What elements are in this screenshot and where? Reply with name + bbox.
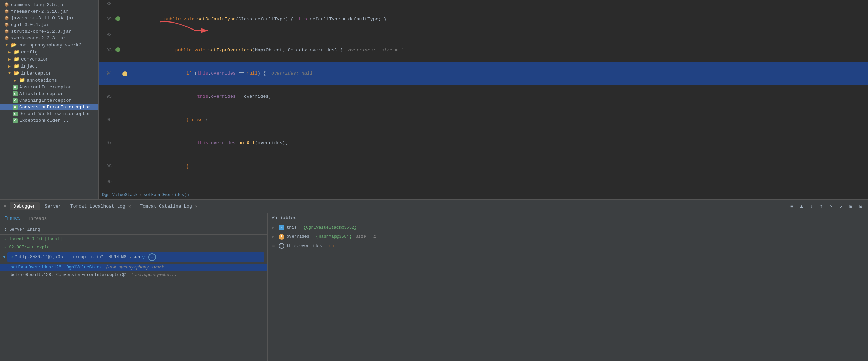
tab-threads[interactable]: Threads — [28, 216, 47, 222]
dropdown-chevron[interactable]: ▾ — [129, 255, 132, 260]
sidebar-item-commons-lang[interactable]: 📦 commons-lang-2.5.jar — [0, 1, 98, 8]
var-size-label: size = 1 — [356, 234, 376, 239]
jar-icon: 📦 — [4, 23, 9, 27]
left-toolbar: ≡ — [4, 204, 6, 209]
var-item-overrides[interactable]: ▶ P overrides = {HashMap@3584} size = 1 — [268, 232, 868, 241]
sidebar-item-conversion[interactable]: ▶ 📁 conversion — [0, 56, 98, 63]
deploy-label: S2-007:war explo... — [9, 245, 57, 250]
tab-debugger[interactable]: Debugger — [10, 202, 40, 210]
close-icon[interactable]: ✕ — [195, 204, 198, 209]
jar-icon: 📦 — [4, 36, 9, 40]
toolbar-list-icon[interactable]: ≡ — [788, 203, 795, 210]
chevron-right-icon: ▶ — [7, 50, 12, 55]
toolbar-step-over-icon[interactable]: ↷ — [827, 203, 835, 210]
tab-server[interactable]: Server — [40, 202, 65, 210]
toolbar-collapse-icon[interactable]: ⊟ — [857, 203, 864, 210]
sidebar-item-com-opensymphony[interactable]: ▼ 📂 com.opensymphony.xwork2 — [0, 42, 98, 49]
jar-icon: 📦 — [4, 2, 9, 7]
tab-frames[interactable]: Frames — [4, 216, 21, 222]
sidebar-item-annotations[interactable]: ▶ 📁 annotations — [0, 77, 98, 84]
var-name-this-overrides: this.overrides — [287, 243, 322, 248]
sidebar-item-config[interactable]: ▶ 📁 config — [0, 49, 98, 56]
sidebar-item-interceptor[interactable]: ▼ 📂 interceptor — [0, 70, 98, 77]
check-icon-3: ✓ — [11, 255, 13, 260]
stack-frame-1[interactable]: ▶ beforeResult:128, ConversionErrorInter… — [0, 271, 267, 279]
bottom-content: Frames Threads t Server lning ✓ Tomcat 6… — [0, 213, 868, 361]
sidebar-item-exception-holder[interactable]: C ExceptionHolder... — [0, 117, 98, 124]
filter-icon[interactable]: ≡ — [4, 204, 6, 209]
thread-item-main[interactable]: ▼ ✓ "http-8080-1"@2,705 ...group "main":… — [0, 251, 267, 264]
sidebar-item-inject[interactable]: ▶ 📁 inject — [0, 63, 98, 70]
toolbar-step-out-icon[interactable]: ↗ — [837, 203, 845, 210]
code-editor[interactable]: 88 89 public void setDefaultType(Class d… — [99, 0, 868, 190]
overrides-var-icon: P — [279, 234, 284, 240]
breadcrumb-method[interactable]: setExprOverrides() — [144, 192, 189, 197]
var-name-this: this — [287, 225, 297, 230]
var-item-this[interactable]: ▶ ≡ this = {OgnlValueStack@3552} — [268, 223, 868, 232]
frame-detail-1: (com.opensympho... — [128, 273, 177, 278]
folder-icon: 📁 — [14, 49, 19, 55]
equals-sign: = — [299, 225, 301, 230]
toolbar-up-arrow-icon[interactable]: ↑ — [817, 203, 825, 210]
breadcrumb-class[interactable]: OgnlValueStack — [102, 192, 138, 197]
sidebar-item-abstract-interceptor[interactable]: C AbstractInterceptor — [0, 84, 98, 90]
sidebar-item-javassist[interactable]: 📦 javassist-3.11.0.GA.jar — [0, 15, 98, 21]
sidebar-item-alias-interceptor[interactable]: C AliasInterceptor — [0, 90, 98, 97]
code-line-95: 95 this.overrides = overrides; — [99, 85, 868, 108]
sidebar-item-chaining-interceptor[interactable]: C ChainingInterceptor — [0, 97, 98, 104]
running-thread-bar[interactable]: ✓ "http-8080-1"@2,705 ...group "main": R… — [7, 252, 264, 262]
breakpoint-green — [115, 16, 120, 21]
server-status: lning — [27, 227, 40, 232]
bottom-toolbar: ≡ ▲ ↓ ↑ ↷ ↗ ⊞ ⊟ — [788, 203, 864, 210]
bottom-tabs-bar: ≡ Debugger Server Tomcat Localhost Log ✕… — [0, 200, 868, 213]
stack-frame-0[interactable]: ▶ setExprOverrides:126, OgnlValueStack (… — [0, 264, 267, 271]
frame-detail-0: (com.opensymphony.xwork. — [103, 265, 166, 270]
breadcrumb: OgnlValueStack › setExprOverrides() — [99, 190, 868, 199]
toolbar-grid-icon[interactable]: ⊞ — [847, 203, 855, 210]
equals-sign-3: = — [324, 243, 327, 248]
sidebar-item-ognl[interactable]: 📦 ognl-3.0.1.jar — [0, 21, 98, 28]
sidebar-item-struts2[interactable]: 📦 struts2-core-2.2.3.jar — [0, 28, 98, 35]
close-icon[interactable]: ✕ — [128, 204, 131, 209]
thread-nav-down[interactable]: ▼ — [138, 255, 141, 260]
toolbar-up-icon[interactable]: ▲ — [798, 203, 805, 210]
java-class-icon: C — [13, 85, 18, 90]
bottom-panel: ≡ Debugger Server Tomcat Localhost Log ✕… — [0, 199, 868, 361]
checkmark-icon-2: ✓ — [4, 245, 7, 250]
frame-label-0: setExprOverrides:126, OgnlValueStack — [11, 265, 102, 270]
java-class-icon: C — [13, 98, 18, 103]
main-area: 📦 commons-lang-2.5.jar 📦 freemarker-2.3.… — [0, 0, 868, 199]
code-line-92: 92 — [99, 31, 868, 39]
thread-nav-up[interactable]: ▲ — [134, 255, 137, 260]
code-line-98: 98 } — [99, 155, 868, 178]
folder-icon: 📁 — [14, 56, 19, 62]
expand-icon[interactable]: ▶ — [272, 226, 277, 230]
debug-sub-tabs: Frames Threads — [0, 213, 267, 225]
sidebar-item-xwork[interactable]: 📦 xwork-core-2.2.3.jar — [0, 35, 98, 42]
thread-filter-icon[interactable]: ▽ — [142, 255, 145, 260]
editor-area: 88 89 public void setDefaultType(Class d… — [99, 0, 868, 199]
sidebar: 📦 commons-lang-2.5.jar 📦 freemarker-2.3.… — [0, 0, 99, 199]
code-line-88: 88 — [99, 0, 868, 8]
checkmark-icon: ✓ — [4, 236, 7, 242]
java-class-icon: C — [13, 118, 18, 123]
sidebar-item-freemarker[interactable]: 📦 freemarker-2.3.16.jar — [0, 8, 98, 15]
running-thread-label: "http-8080-1"@2,705 ...group "main": RUN… — [15, 255, 126, 260]
tab-tomcat-localhost[interactable]: Tomcat Localhost Log ✕ — [66, 202, 135, 210]
code-line-94: 94 ! if (this.overrides == null) { overr… — [99, 62, 868, 85]
code-line-100: 100 } — [99, 186, 868, 190]
variables-panel: Variables ▶ ≡ this = {OgnlValueStack@355… — [268, 213, 868, 361]
toolbar-down-arrow-icon[interactable]: ↓ — [807, 203, 815, 210]
var-value-null: null — [329, 243, 339, 248]
var-value-overrides: {HashMap@3584} — [316, 234, 352, 239]
sidebar-item-conversion-error-interceptor[interactable]: C ConversionErrorInterceptor — [0, 104, 98, 110]
sidebar-item-default-workflow[interactable]: C DefaultWorkflowInterceptor — [0, 110, 98, 117]
frame-spacer: ▶ — [6, 273, 8, 277]
java-class-icon: C — [13, 105, 18, 110]
expand-icon[interactable]: ▶ — [272, 235, 277, 239]
var-item-this-overrides[interactable]: ∞ this.overrides = null — [268, 241, 868, 251]
add-button[interactable]: + — [148, 253, 156, 261]
jar-icon: 📦 — [4, 9, 9, 14]
tab-tomcat-catalina[interactable]: Tomcat Catalina Log ✕ — [136, 202, 202, 210]
expand-icon-3[interactable]: ∞ — [272, 244, 277, 248]
